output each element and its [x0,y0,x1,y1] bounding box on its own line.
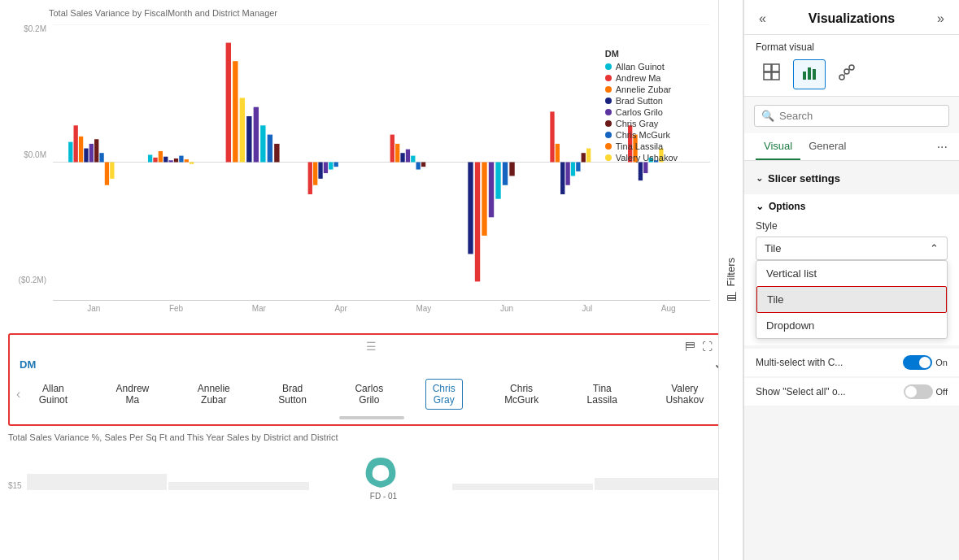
svg-rect-67 [803,72,806,80]
legend-item: Andrew Ma [605,73,678,83]
svg-rect-69 [813,69,816,80]
panel-header: « Visualizations » [744,0,959,35]
style-option-tile[interactable]: Tile [756,286,947,313]
options-label: Options [769,201,805,212]
slicer-scroll-left[interactable]: ‹ [16,387,20,402]
show-select-all-toggle[interactable]: Off [904,384,948,399]
multi-select-toggle-row: Multi-select with C... On [744,349,959,376]
show-select-all-switch[interactable] [904,384,933,399]
filter-icon[interactable]: ⛿ [685,341,695,353]
filters-text: Filters [725,258,737,286]
legend-label: Valery Ushakov [616,153,678,163]
legend-dot [605,109,612,115]
svg-rect-4 [79,137,83,163]
slicer-tile-item[interactable]: BradSutton [272,380,313,409]
x-label: May [416,304,431,313]
bottom-bar-5 [595,478,735,490]
show-select-all-toggle-row: Show "Select all" o... Off [744,378,959,406]
main-chart-area: Total Sales Variance by FiscalMonth and … [0,0,743,560]
multi-select-toggle[interactable]: On [903,355,948,370]
svg-rect-39 [416,163,421,170]
svg-point-72 [849,65,854,70]
svg-rect-55 [586,149,591,163]
donut-shape [364,454,397,490]
filters-tab[interactable]: ⛿ Filters [718,0,743,560]
options-header[interactable]: ⌄ Options [756,201,948,212]
legend-item: Valery Ushakov [605,153,678,163]
search-input[interactable] [779,110,942,122]
legend-label: Tina Lassila [616,141,663,151]
legend-dot [605,75,612,81]
svg-rect-51 [565,163,569,185]
x-label: Jan [87,304,100,313]
multi-select-switch[interactable] [903,355,932,370]
svg-rect-22 [240,98,245,162]
svg-rect-8 [99,153,103,162]
settings-panel: ⌄ Slicer settings ⌄ Options Style Tile ⌃… [744,161,959,560]
dropdown-chevron-up: ⌃ [930,242,939,254]
x-label: Apr [334,304,347,313]
chart-x-labels: Jan Feb Mar Apr May Jun Jul Aug [53,304,710,313]
svg-rect-43 [482,163,486,236]
slicer-header: DM ⌄ [15,358,728,376]
slicer-items: AllanGuinotAndrewMaAnnelieZubarBradSutto… [15,376,728,413]
format-analytics-icon[interactable] [830,59,863,89]
style-label: Style [756,220,948,232]
style-option-dropdown[interactable]: Dropdown [756,313,947,338]
svg-rect-13 [159,151,163,163]
search-icon: 🔍 [761,110,774,122]
x-label: Mar [252,304,266,313]
svg-line-73 [844,74,846,76]
svg-rect-44 [489,163,494,218]
svg-rect-17 [179,156,183,163]
svg-rect-49 [556,144,560,163]
svg-rect-68 [808,67,811,80]
style-dropdown-button[interactable]: Tile ⌃ [756,237,948,260]
multi-select-knob [919,357,931,368]
svg-rect-42 [475,163,480,282]
bottom-chart-area: $15 [8,445,735,490]
search-box[interactable]: 🔍 [754,105,949,127]
bottom-y-label: $15 [8,481,25,490]
svg-rect-32 [329,163,333,170]
slicer-settings-label: Slicer settings [768,172,840,184]
svg-rect-36 [400,153,404,162]
slicer-settings-header[interactable]: ⌄ Slicer settings [744,166,959,191]
svg-rect-15 [168,160,172,162]
legend-item: Tina Lassila [605,141,678,151]
svg-rect-50 [560,163,565,195]
tab-visual[interactable]: Visual [756,133,800,160]
slicer-tile-item[interactable]: CarlosGrilo [348,380,390,409]
slicer-tile-item[interactable]: AllanGuinot [33,380,74,409]
tab-general[interactable]: General [800,133,854,160]
slicer-tile-item[interactable]: AnnelieZubar [191,380,237,409]
expand-right-button[interactable]: » [934,10,948,28]
slicer-tile-item[interactable]: AndrewMa [110,380,156,409]
format-table-icon[interactable] [756,59,788,89]
slicer-tile-item[interactable]: ChrisGray [425,379,463,410]
svg-rect-11 [148,154,152,162]
style-option-vertical-list[interactable]: Vertical list [756,261,947,286]
svg-rect-64 [772,64,779,72]
svg-rect-5 [84,149,88,163]
expand-icon[interactable]: ⛶ [702,341,713,353]
svg-rect-28 [308,163,312,195]
y-label-mid: $0.0M [8,150,46,159]
tab-more-options[interactable]: ··· [937,140,948,154]
chart-legend: DM Allan GuinotAndrew MaAnnelie ZubarBra… [605,49,678,164]
svg-rect-45 [495,163,500,199]
multi-select-value: On [935,358,948,367]
slicer-panel: ☰ ⛿ ⛶ ··· DM ⌄ ‹ AllanGuinotAndrewMaAnne… [8,333,735,426]
collapse-left-button[interactable]: « [756,10,769,28]
slicer-tile-item[interactable]: ChrisMcGurk [498,380,545,409]
bottom-bar-2 [168,482,308,490]
legend-label: Chris McGurk [616,130,670,140]
slicer-toolbar: ☰ ⛿ ⛶ ··· [15,340,728,353]
slicer-tile-item[interactable]: ValeryUshakov [659,380,710,409]
svg-rect-34 [390,135,394,163]
format-bar-chart-icon[interactable] [793,59,826,89]
chart-container: Total Sales Variance by FiscalMonth and … [0,0,743,333]
slicer-tile-item[interactable]: TinaLassila [581,380,624,409]
chart-title: Total Sales Variance by FiscalMonth and … [49,8,710,18]
slicer-scrollbar[interactable] [339,416,404,419]
